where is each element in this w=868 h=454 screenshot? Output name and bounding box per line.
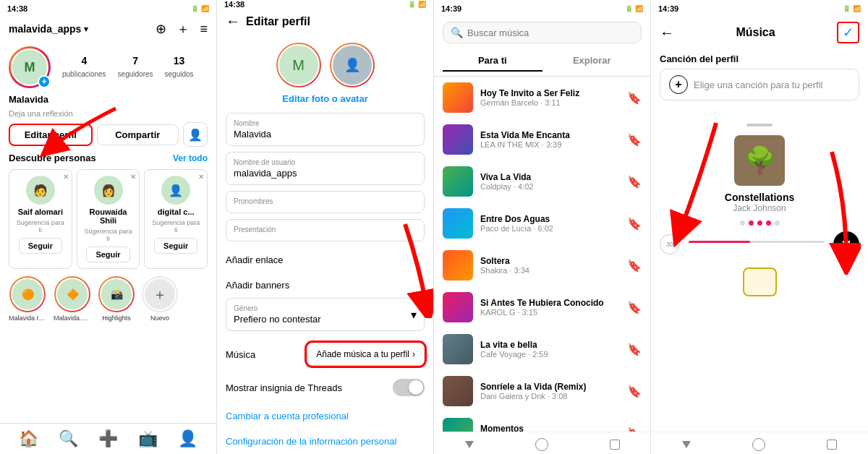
battery-icon-2: 🔋 <box>408 1 416 8</box>
back-button-2[interactable]: ← <box>226 13 240 30</box>
progress-fill <box>689 241 750 243</box>
seguir-button-0[interactable]: Seguir <box>19 238 62 254</box>
photo-avatar-main[interactable]: M <box>276 43 321 87</box>
dot-4 <box>775 220 780 226</box>
back-nav-3[interactable] <box>465 441 474 448</box>
music-thumb-8 <box>443 418 473 432</box>
bookmark-icon-7[interactable]: 🔖 <box>627 385 642 398</box>
seguir-button-2[interactable]: Seguir <box>154 238 197 254</box>
reels-nav-icon[interactable]: 📺 <box>138 429 158 448</box>
toggle-dot <box>409 380 423 395</box>
bookmark-icon-5[interactable]: 🔖 <box>627 301 642 314</box>
home-icon[interactable]: 🏠 <box>19 429 38 448</box>
home-nav-3[interactable] <box>535 438 548 451</box>
field-pronombres-label: Pronombres <box>234 197 417 205</box>
back-button-4[interactable]: ← <box>660 25 674 41</box>
close-icon-1[interactable]: ✕ <box>130 173 136 181</box>
field-nombre-value[interactable]: Malavida <box>234 129 417 140</box>
edit-profile-button[interactable]: Editar perfil <box>9 124 93 146</box>
stat-following: 13 seguidos <box>165 55 194 80</box>
add-post-icon[interactable]: ＋ <box>176 20 190 38</box>
music-item-3[interactable]: Entre Dos Aguas Paco de Lucía · 6:02 🔖 <box>434 202 650 244</box>
music-item-4[interactable]: Soltera Shakira · 3:34 🔖 <box>434 244 650 286</box>
music-info-8: Momentos Reik · 2:35 <box>480 424 620 432</box>
home-nav-4[interactable] <box>752 438 765 451</box>
field-username-value[interactable]: malavida_apps <box>234 168 417 179</box>
disc-name-0: Saif alomari <box>18 207 63 216</box>
bookmark-icon-6[interactable]: 🔖 <box>627 343 642 356</box>
bookmark-icon-0[interactable]: 🔖 <box>627 91 642 105</box>
music-item-5[interactable]: Si Antes Te Hubiera Conocido KAROL G · 3… <box>434 286 650 328</box>
album-art: 🌳 <box>734 135 785 186</box>
bookmark-icon-3[interactable]: 🔖 <box>627 217 642 231</box>
add-nav-icon[interactable]: ➕ <box>98 429 118 448</box>
musica-header: ← Música ✓ <box>651 17 868 48</box>
tab-para-ti[interactable]: Para ti <box>443 51 542 72</box>
add-banners-item[interactable]: Añadir banners <box>217 273 433 298</box>
search-nav-icon[interactable]: 🔍 <box>59 429 78 448</box>
chevron-music-icon: › <box>412 349 415 359</box>
close-icon-0[interactable]: ✕ <box>63 173 69 181</box>
add-friend-button[interactable]: 👤 <box>183 122 208 147</box>
musica-row: Música Añade música a tu perfil › <box>217 337 433 372</box>
music-item-2[interactable]: Viva La Vida Coldplay · 4:02 🔖 <box>434 160 650 202</box>
music-item-6[interactable]: La vita e bella Café Voyage · 2:59 🔖 <box>434 328 650 370</box>
profile-avatar[interactable]: M + <box>9 46 51 88</box>
following-count: 13 <box>165 55 194 67</box>
music-thumb-4 <box>443 250 473 280</box>
story-2[interactable]: 📸 Highlights <box>98 276 135 322</box>
disc-name-2: digital c... <box>158 207 195 216</box>
field-username[interactable]: Nombre de usuario malavida_apps <box>226 152 425 185</box>
add-song-icon: + <box>669 75 688 94</box>
progress-bar-wrap[interactable] <box>680 241 833 243</box>
bookmark-icon-4[interactable]: 🔖 <box>627 259 642 273</box>
ver-todo-link[interactable]: Ver todo <box>173 153 208 163</box>
back-nav-4[interactable] <box>682 441 691 448</box>
stop-button[interactable]: ⏹ <box>833 231 859 257</box>
checkmark-confirm-button[interactable]: ✓ <box>837 22 859 43</box>
story-1[interactable]: 🔶 Malavida.com <box>54 276 91 322</box>
seguir-button-1[interactable]: Seguir <box>86 247 129 262</box>
share-button[interactable]: Compartir <box>97 124 179 145</box>
threads-toggle[interactable] <box>393 379 425 396</box>
music-item-8[interactable]: Momentos Reik · 2:35 🔖 <box>434 412 650 432</box>
photo-avatar-secondary[interactable]: 👤 <box>330 43 375 87</box>
music-item-1[interactable]: Esta Vida Me Encanta LEA IN THE MIX · 3:… <box>434 119 650 160</box>
genero-field[interactable]: Género Prefiero no contestar ▾ <box>226 298 425 331</box>
menu-icon[interactable]: ≡ <box>200 22 208 37</box>
bookmark-icon-2[interactable]: 🔖 <box>627 175 642 189</box>
story-0[interactable]: 🟠 Malavida rules! <box>9 276 46 322</box>
music-item-0[interactable]: Hoy Te Invito a Ser Feliz Germán Barcelo… <box>434 77 650 119</box>
add-link-item[interactable]: Añadir enlace <box>217 247 433 273</box>
bookmark-icon-8[interactable]: 🔖 <box>627 427 642 432</box>
profile-nav-icon[interactable]: 👤 <box>178 429 197 448</box>
discover-header: Descubre personas Ver todo <box>9 153 208 163</box>
recent-nav-3[interactable] <box>610 440 620 450</box>
field-nombre[interactable]: Nombre Malavida <box>226 113 425 146</box>
add-song-row[interactable]: + Elige una canción para tu perfil <box>660 69 859 100</box>
status-icons-1: 🔋 📶 <box>191 5 209 12</box>
disc-sub-1: Sugerencia para ti <box>83 228 134 242</box>
edit-photo-link[interactable]: Editar foto o avatar <box>282 93 367 104</box>
add-music-button[interactable]: Añade música a tu perfil › <box>307 343 425 366</box>
header-action-icons: ⊕ ＋ ≡ <box>156 20 208 38</box>
tab-explorar[interactable]: Explorar <box>542 51 642 72</box>
search-input[interactable] <box>467 27 634 38</box>
bookmark-icon-1[interactable]: 🔖 <box>627 133 642 147</box>
username[interactable]: malavida_apps ▾ <box>9 23 88 35</box>
field-pronombres[interactable]: Pronombres <box>226 191 425 213</box>
waveform[interactable] <box>743 267 777 296</box>
personal-info-link[interactable]: Configuración de la información personal <box>217 429 433 454</box>
avatar-add-button[interactable]: + <box>38 75 51 88</box>
field-presentacion[interactable]: Presentación <box>226 219 425 241</box>
add-thread-icon[interactable]: ⊕ <box>156 21 166 37</box>
story-label-0: Malavida rules! <box>9 314 46 322</box>
edit-profile-title: Editar perfil <box>246 15 310 28</box>
search-box[interactable]: 🔍 <box>443 22 642 43</box>
music-item-7[interactable]: Sonríele a la Vida (Remix) Dani Galera y… <box>434 370 650 412</box>
recent-nav-4[interactable] <box>827 440 837 450</box>
close-icon-2[interactable]: ✕ <box>198 173 204 181</box>
pro-account-link[interactable]: Cambiar a cuenta profesional <box>217 403 433 429</box>
story-new[interactable]: ＋ Nuevo <box>142 276 178 322</box>
music-title-8: Momentos <box>480 424 620 432</box>
